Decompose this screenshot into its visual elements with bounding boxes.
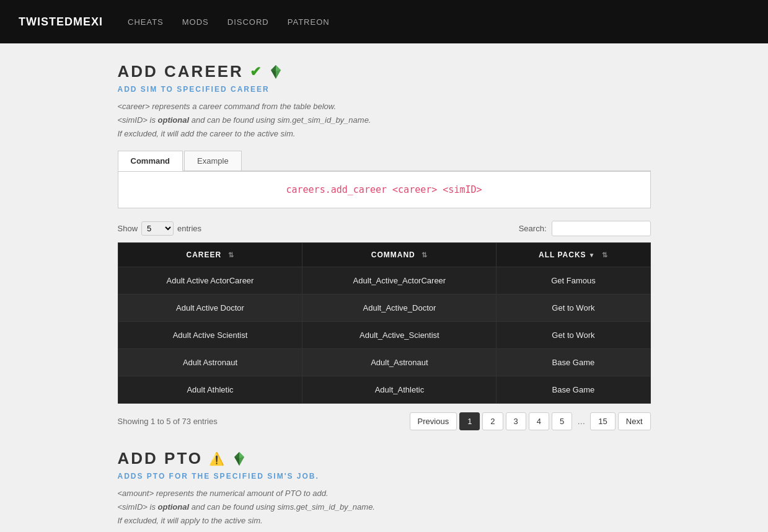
plumbob-icon <box>269 65 283 79</box>
sort-command-icon: ⇅ <box>422 251 428 259</box>
pto-title-text: ADD PTO <box>118 449 203 468</box>
tab-example[interactable]: Example <box>184 151 242 171</box>
dropdown-arrow-icon: ▼ <box>589 252 596 259</box>
col-career[interactable]: CAREER ⇅ <box>118 243 302 267</box>
svg-marker-9 <box>239 457 244 466</box>
navbar: TWISTEDMEXI CHEATS MODS DISCORD PATREON <box>0 0 768 43</box>
nav-links: CHEATS MODS DISCORD PATREON <box>128 17 330 27</box>
table-controls: Show 5 10 25 50 100 entries Search: <box>118 221 651 236</box>
pack-cell: Base Game <box>497 349 650 376</box>
pack-cell: Get Famous <box>497 267 650 295</box>
nav-cheats[interactable]: CHEATS <box>128 17 164 27</box>
sort-career-icon: ⇅ <box>228 251 234 259</box>
pack-cell: Base Game <box>497 376 650 404</box>
career-cell: Adult Astronaut <box>118 349 302 376</box>
page-2-button[interactable]: 2 <box>482 412 503 430</box>
command-cell: Adult_Athletic <box>302 376 497 404</box>
table-body: Adult Active ActorCareer Adult_Active_Ac… <box>118 267 650 404</box>
tab-command[interactable]: Command <box>118 151 183 171</box>
nav-mods[interactable]: MODS <box>182 17 209 27</box>
add-career-desc: <career> represents a career command fro… <box>118 100 651 141</box>
sort-packs-icon: ⇅ <box>602 251 608 259</box>
command-tabs: Command Example <box>118 151 651 171</box>
pagination-controls: Previous 1 2 3 4 5 … 15 Next <box>410 412 651 430</box>
career-cell: Adult Active Scientist <box>118 322 302 349</box>
add-pto-title: ADD PTO ⚠️ <box>118 449 651 468</box>
prev-button[interactable]: Previous <box>410 412 457 430</box>
page-4-button[interactable]: 4 <box>529 412 549 430</box>
page-3-button[interactable]: 3 <box>506 412 526 430</box>
svg-marker-4 <box>276 69 281 78</box>
page-ellipsis: … <box>575 413 588 430</box>
warning-icon: ⚠️ <box>209 451 226 466</box>
career-table: CAREER ⇅ COMMAND ⇅ ALL PACKS ▼ ⇅ <box>118 242 651 404</box>
entries-select[interactable]: 5 10 25 50 100 <box>141 221 174 236</box>
col-all-packs[interactable]: ALL PACKS ▼ ⇅ <box>497 243 650 267</box>
search-input[interactable] <box>552 221 651 236</box>
svg-marker-8 <box>234 457 239 466</box>
pack-cell: Get to Work <box>497 295 650 322</box>
svg-marker-3 <box>271 69 276 78</box>
table-header-row: CAREER ⇅ COMMAND ⇅ ALL PACKS ▼ ⇅ <box>118 243 650 267</box>
page-1-button[interactable]: 1 <box>459 412 480 430</box>
table-row: Adult Active Scientist Adult_Active_Scie… <box>118 322 650 349</box>
add-career-title: ADD CAREER <box>118 62 244 81</box>
command-cell: Adult_Active_Doctor <box>302 295 497 322</box>
career-cell: Adult Active Doctor <box>118 295 302 322</box>
main-content: ADD CAREER ✔ ADD SIM TO SPECIFIED CAREER… <box>105 43 663 532</box>
add-career-subtitle: ADD SIM TO SPECIFIED CAREER <box>118 85 651 94</box>
section-title: ADD CAREER ✔ <box>118 62 651 81</box>
command-cell: Adult_Astronaut <box>302 349 497 376</box>
career-cell: Adult Athletic <box>118 376 302 404</box>
command-cell: Adult_Active_ActorCareer <box>302 267 497 295</box>
add-career-section: ADD CAREER ✔ ADD SIM TO SPECIFIED CAREER… <box>118 62 651 430</box>
add-pto-section: ADD PTO ⚠️ ADDS PTO FOR THE SPECIFIED SI… <box>118 449 651 532</box>
page-5-button[interactable]: 5 <box>552 412 572 430</box>
plumbob-icon-2 <box>232 452 246 466</box>
search-label: Search: <box>519 224 547 233</box>
brand-logo[interactable]: TWISTEDMEXI <box>19 16 103 29</box>
nav-patreon[interactable]: PATREON <box>288 17 330 27</box>
career-cell: Adult Active ActorCareer <box>118 267 302 295</box>
all-packs-button[interactable]: ALL PACKS ▼ <box>539 250 595 259</box>
check-icon: ✔ <box>250 64 263 80</box>
command-cell: Adult_Active_Scientist <box>302 322 497 349</box>
col-command[interactable]: COMMAND ⇅ <box>302 243 497 267</box>
search-box: Search: <box>519 221 651 236</box>
pack-cell: Get to Work <box>497 322 650 349</box>
show-label: Show <box>118 224 138 233</box>
add-pto-desc: <amount> represents the numerical amount… <box>118 487 651 528</box>
pagination-area: Showing 1 to 5 of 73 entries Previous 1 … <box>118 412 651 430</box>
table-row: Adult Active Doctor Adult_Active_Doctor … <box>118 295 650 322</box>
show-entries-control: Show 5 10 25 50 100 entries <box>118 221 202 236</box>
next-button[interactable]: Next <box>618 412 651 430</box>
table-row: Adult Astronaut Adult_Astronaut Base Gam… <box>118 349 650 376</box>
command-text: careers.add_career <career> <simID> <box>286 184 482 195</box>
table-row: Adult Athletic Adult_Athletic Base Game <box>118 376 650 404</box>
command-code-box: careers.add_career <career> <simID> <box>118 171 651 208</box>
add-pto-subtitle: ADDS PTO FOR THE SPECIFIED SIM'S JOB. <box>118 472 651 481</box>
table-row: Adult Active ActorCareer Adult_Active_Ac… <box>118 267 650 295</box>
page-15-button[interactable]: 15 <box>590 412 615 430</box>
entries-label: entries <box>177 224 201 233</box>
nav-discord[interactable]: DISCORD <box>227 17 269 27</box>
pagination-info: Showing 1 to 5 of 73 entries <box>118 417 218 426</box>
